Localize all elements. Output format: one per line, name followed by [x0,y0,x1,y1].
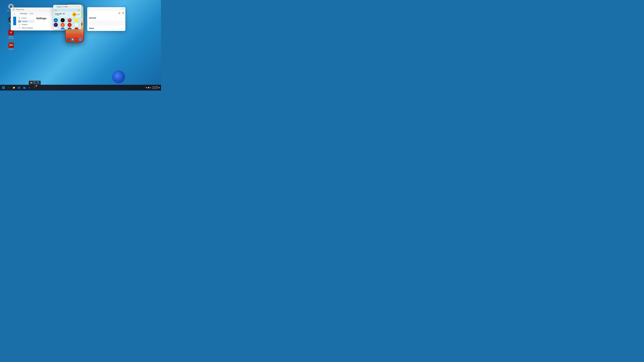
messages-tab[interactable]: Messages [20,13,27,14]
wifi-icon: 📶 [148,87,149,88]
fold-app-snapchat[interactable]: 👻 [74,18,78,22]
taskbar-clock[interactable]: 9:51 AM 9/18/2024 [152,86,158,89]
score-icon: ⚽ [30,82,33,84]
3dmark-icon: 3DM [8,42,14,48]
bradys-titlebar: ← Brady's Z Fold4 ••• ─ □ ✕ [53,5,81,8]
close-btn[interactable]: ✕ [78,5,80,8]
taskbar-windows-btn[interactable] [1,85,6,90]
svg-rect-2 [2,88,3,89]
dock-maps[interactable]: 📍 [78,38,82,41]
selected-content-area [87,21,125,26]
dock-upload[interactable]: 🔼 [71,38,74,41]
fold-app-photos[interactable]: 🌸 [54,27,58,29]
sidebar-arrow[interactable]: › [14,13,15,15]
fold-weather-icon: ☀ [72,12,76,16]
phone-notification-badge: 1 [36,85,37,87]
back-arrow-icon[interactable]: ← [54,6,56,7]
fold-app-apple[interactable]: 🍎 [68,27,72,29]
fold-app-drive[interactable]: △ [74,23,78,27]
phone-link-sidebar: › [11,11,19,30]
fold-status-icons: 🔋📶 [77,9,80,11]
settings-devices[interactable]: 💻Devices [19,20,34,23]
fold-weather-temp: Today 95° / 73° [55,13,70,15]
selected-row: Selected ⋮ [87,15,125,21]
desktop-background: 🗑 Recycle Bin ⚙ Steam A Adobe Acrobat 3D… [0,0,161,90]
maximize-btn[interactable]: □ [75,5,77,8]
svg-rect-1 [4,86,4,87]
fold-app-instagram[interactable]: 📷 [68,18,72,22]
bradys-window-title: Brady's Z Fold4 [57,6,68,7]
selected-more-btn[interactable]: ⋮ [121,16,124,19]
more-options-icon[interactable]: ••• [70,6,71,7]
notification-center-icon[interactable]: 🔔 [158,87,160,88]
score-team-label: PIT - STL [33,81,40,83]
taskbar-store-icon[interactable]: 🛍 [27,85,32,90]
fold-app-grid-3: 🌸 31 🍎 G [54,27,81,29]
taskbar-right-area: ^ 🔋 📶 🔊 9:51 AM 9/18/2024 🔔 [145,86,160,89]
chevron-icon[interactable]: ^ [145,87,145,88]
panel-minimize-btn[interactable]: ─ [119,8,121,10]
phone-dock: 🎵 🔼 G 📍 [66,38,84,41]
adobe-label: Adobe Acrobat [6,36,16,39]
dock-music[interactable]: 🎵 [67,38,70,41]
fold-app-lists[interactable]: ≡ [68,23,72,27]
panel-close-btn[interactable]: ✕ [123,8,124,10]
settings-help[interactable]: ❓Help & Feedback [19,26,34,29]
fold-app-chrome-small[interactable]: G [74,27,78,29]
fold-display-temp: 77°F [77,14,80,15]
notification-icon[interactable]: 🔔 [118,11,121,14]
volume-icon[interactable]: 🔊 [150,87,151,88]
phone-link-title: Phone Link [16,8,24,10]
taskbar-files-icon[interactable]: 📁 [12,85,16,90]
desktop-icon-adobe[interactable]: A Adobe Acrobat [6,29,16,40]
taskbar-teams-icon[interactable]: T [6,85,11,90]
taskbar-chrome-icon[interactable]: 🌐 [17,85,21,90]
taskbar-teams2-icon[interactable]: 👥 [22,85,26,90]
fold-app-calendar[interactable]: 31 [61,27,65,29]
fold-app-slack[interactable]: # [54,23,58,27]
current-date: 9/18/2024 [152,88,158,89]
fold-app-grid-2: # ▦ ≡ △ [54,23,81,27]
taskbar: T 📁 🌐 👥 🛍 📱 1 ^ 🔋 📶 🔊 9:51 AM [0,85,161,90]
window-controls: ─ □ ✕ [72,5,80,8]
selected-panel-titlebar: ─ □ ✕ [87,7,125,11]
score-sublabel: Game score [33,83,40,84]
selected-label: Selected [89,17,96,19]
battery-icon: 🔋 [146,87,147,88]
fold-time: 8:52 [54,9,57,11]
fold-app-grid-1: in ✕ 📷 👻 [54,18,81,22]
select-label: Select [89,27,94,29]
dock-chrome[interactable]: G [75,38,78,41]
selected-panel: ─ □ ✕ 🔔 ⚙ Selected ⋮ Select ⋮ [87,7,125,31]
phone-thumbnail [13,17,16,25]
settings-general[interactable]: ⚙General [19,16,34,20]
adobe-icon: A [8,29,14,35]
panel-maximize-btn[interactable]: □ [121,8,123,10]
select-row: Select ⋮ [87,26,125,31]
current-time: 9:51 AM [152,86,158,88]
system-tray-icons: ^ 🔋 📶 🔊 [145,87,151,88]
fold-more-icon[interactable]: ⋮ [70,14,72,15]
desktop-icon-3dmark[interactable]: 3DM 3DMark [6,42,16,51]
settings-icon[interactable]: ⚙ [122,11,124,14]
blue-orb-decoration [112,70,125,83]
fold-app-airtable[interactable]: ▦ [61,23,65,27]
fold-weather-info: Today 95° / 73° ☀ Sunny [55,13,70,16]
svg-rect-0 [2,86,3,87]
minimize-btn[interactable]: ─ [72,5,74,8]
3dmark-label: 3DMark [8,48,14,50]
calls-tab[interactable]: Calls [30,13,33,14]
settings-features[interactable]: ⭐Features [19,23,34,26]
bradys-fold-window: ← Brady's Z Fold4 ••• ─ □ ✕ 8:52 🔋📶 Toda… [53,5,81,29]
fold-weather-cond: ☀ Sunny [55,15,70,16]
fold-app-linkedin[interactable]: in [54,18,58,22]
svg-rect-3 [4,88,4,89]
taskbar-phone-icon[interactable]: 📱 1 [32,85,37,90]
fold-weather-card: Today 95° / 73° ☀ Sunny ⋮ ☀ 77°F [54,12,81,17]
game-score-badge[interactable]: ⚽ PIT - STL Game score [29,81,41,85]
fold-app-x[interactable]: ✕ [61,18,65,22]
fold-status-bar: 8:52 🔋📶 [54,9,81,11]
select-more-btn[interactable]: ⋮ [121,27,124,30]
